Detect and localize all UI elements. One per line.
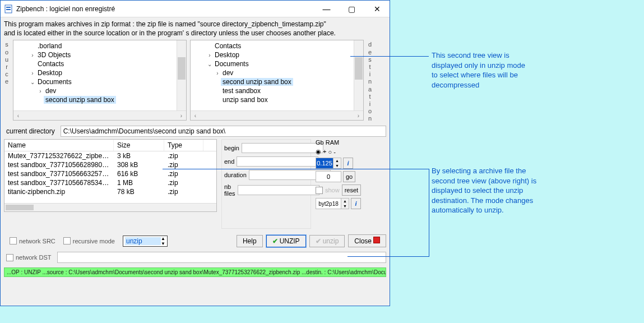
- tree-expander-icon[interactable]: ›: [214, 70, 221, 76]
- tree-item-label: unzip sand box: [221, 96, 270, 104]
- tree-item[interactable]: ›dev: [191, 68, 363, 77]
- tree-item-label: Documents: [213, 60, 251, 68]
- destination-tree[interactable]: Contacts›Desktop⌄Documents›devsecond unz…: [190, 40, 364, 121]
- tree-item[interactable]: ›dev: [13, 86, 186, 95]
- current-directory-input[interactable]: [61, 126, 386, 137]
- tree-expander-icon[interactable]: ›: [206, 52, 213, 58]
- tree-item[interactable]: ⌄Documents: [13, 77, 186, 86]
- file-row[interactable]: test sandbox_73771056663257_z...616 kB.z…: [4, 169, 216, 178]
- tree-item-label: second unzip sand box: [44, 96, 116, 104]
- info-button-1[interactable]: i: [343, 158, 353, 169]
- network-dst-checkbox[interactable]: [6, 254, 13, 261]
- window-title: Zipbench : logiciel non enregistré: [16, 5, 314, 13]
- unzip-primary-button[interactable]: ✔UNZIP: [266, 235, 306, 247]
- recursive-checkbox[interactable]: [63, 237, 71, 244]
- recursive-label: recursive mode: [73, 238, 115, 244]
- close-window-button[interactable]: ✕: [364, 1, 390, 17]
- show-checkbox[interactable]: [316, 187, 323, 194]
- tree-item[interactable]: unzip sand box: [191, 95, 363, 104]
- app-window: Zipbench : logiciel non enregistré — ▢ ✕…: [0, 0, 390, 306]
- source-tree[interactable]: .borland›3D ObjectsContacts›Desktop⌄Docu…: [13, 40, 187, 121]
- help-button[interactable]: Help: [237, 235, 263, 247]
- tree-item-label: Contacts: [213, 42, 243, 50]
- minimize-button[interactable]: —: [314, 1, 339, 17]
- app-icon: [4, 4, 13, 13]
- maximize-button[interactable]: ▢: [339, 1, 364, 17]
- tree-expander-icon[interactable]: ⌄: [29, 79, 36, 85]
- close-button[interactable]: Close: [348, 234, 386, 247]
- network-dst-input[interactable]: [57, 252, 386, 263]
- file-list[interactable]: Name Size Type Mutex_73771253276622_zipb…: [4, 139, 217, 212]
- file-row[interactable]: test sandbox_73771056678534_z...1 MB.zip: [4, 178, 216, 187]
- end-input[interactable]: [237, 156, 318, 167]
- ram-title: Gb RAM: [316, 139, 366, 146]
- ram-value1[interactable]: 0.125▲▼: [316, 158, 341, 169]
- status-bar: ...OP : UNZIP ...source : C:\Users\admch…: [4, 267, 386, 277]
- col-size[interactable]: Size: [114, 140, 164, 151]
- info-button-2[interactable]: i: [351, 198, 361, 209]
- tree-item[interactable]: ›Desktop: [191, 50, 363, 59]
- col-name[interactable]: Name: [4, 140, 114, 151]
- tree-item[interactable]: Contacts: [13, 59, 186, 68]
- reset-button[interactable]: reset: [342, 184, 361, 196]
- tree-item-label: test sandbox: [221, 87, 262, 95]
- file-cell-name: Mutex_73771253276622_zipbenc...: [4, 151, 114, 160]
- nbfiles-label: nb files: [224, 183, 235, 197]
- tree-item[interactable]: .borland: [13, 41, 186, 50]
- col-type[interactable]: Type: [164, 140, 203, 151]
- file-row[interactable]: titanic-zipbench.zip78 kB.zip: [4, 187, 216, 196]
- tree-item[interactable]: ⌄Documents: [191, 59, 363, 68]
- destination-tree-hscroll[interactable]: ‹›: [191, 110, 363, 120]
- tree-expander-icon[interactable]: ›: [37, 88, 44, 94]
- annotation-line-1: [350, 56, 429, 57]
- tree-item[interactable]: Contacts: [191, 41, 363, 50]
- go-button[interactable]: go: [343, 171, 355, 182]
- tree-expander-icon[interactable]: ⌄: [206, 61, 213, 67]
- file-cell-name: test sandbox_73771056678534_z...: [4, 178, 114, 187]
- tree-expander-icon[interactable]: ›: [29, 70, 36, 76]
- tree-item[interactable]: second unzip sand box: [13, 95, 186, 104]
- svg-rect-2: [6, 9, 11, 10]
- tree-item[interactable]: second unzip sand box: [191, 77, 363, 86]
- tree-item-label: second unzip sand box: [221, 78, 293, 86]
- tree-item[interactable]: test sandbox: [191, 86, 363, 95]
- duration-label: duration: [224, 172, 247, 178]
- network-src-label: network SRC: [19, 238, 55, 244]
- mode-select[interactable]: unzip▲▼: [123, 236, 168, 247]
- description-line2: and is located either in the source loca…: [4, 29, 386, 38]
- begin-label: begin: [224, 145, 239, 151]
- begin-input[interactable]: [242, 143, 323, 153]
- tree-expander-icon[interactable]: ›: [29, 52, 36, 58]
- file-cell-size: 308 kB: [114, 160, 164, 169]
- tree-item-label: dev: [221, 69, 235, 77]
- tree-item[interactable]: ›Desktop: [13, 68, 186, 77]
- file-row[interactable]: Mutex_73771253276622_zipbenc...3 kB.zip: [4, 151, 216, 160]
- tree-item-label: 3D Objects: [36, 51, 72, 59]
- file-cell-name: test sandbox_73771056628980_z...: [4, 160, 114, 169]
- file-cell-type: .zip: [164, 151, 203, 160]
- ram-radio-plus[interactable]: ◉ +: [316, 148, 326, 155]
- network-src-checkbox[interactable]: [10, 237, 17, 244]
- tree-item-label: Contacts: [36, 60, 66, 68]
- tree-item[interactable]: ›3D Objects: [13, 50, 186, 59]
- annotation-line-2b: [348, 256, 429, 257]
- tree-item-label: Desktop: [36, 69, 64, 77]
- unzip-secondary-button[interactable]: ✔unzip: [309, 235, 345, 247]
- ram-radio-minus[interactable]: ○ -: [328, 149, 335, 155]
- file-cell-type: .zip: [164, 187, 203, 196]
- tree-item-label: dev: [44, 87, 58, 95]
- file-cell-name: test sandbox_73771056663257_z...: [4, 169, 114, 178]
- destination-tree-vscroll[interactable]: [354, 40, 363, 110]
- annotation-2: By selecting a archive file the second t…: [432, 166, 544, 215]
- ram-panel: Gb RAM ◉ + ○ - 0.125▲▼ i 0 go show reset…: [316, 139, 366, 229]
- source-tree-vscroll[interactable]: [177, 40, 186, 110]
- ram-value2[interactable]: 0: [316, 171, 341, 182]
- destination-side-label: destination: [367, 40, 373, 122]
- annotation-line-2a: [163, 169, 429, 169]
- source-tree-hscroll[interactable]: ‹›: [13, 110, 186, 120]
- file-cell-type: .zip: [164, 169, 203, 178]
- nbfiles-input[interactable]: [238, 185, 319, 195]
- titlebar[interactable]: Zipbench : logiciel non enregistré — ▢ ✕: [1, 1, 390, 17]
- ram-select[interactable]: byt2p18▲▼: [316, 198, 349, 209]
- file-list-hscroll[interactable]: [4, 203, 216, 211]
